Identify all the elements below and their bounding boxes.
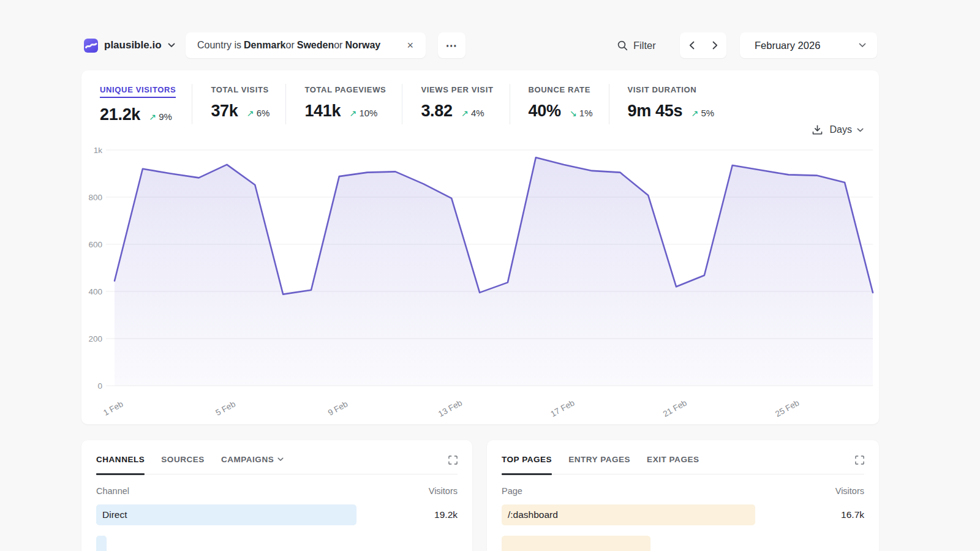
stat-label: VIEWS PER VISIT xyxy=(421,85,493,94)
stat-views-per-visit[interactable]: VIEWS PER VISIT 3.82 ↗4% xyxy=(402,84,509,124)
svg-text:200: 200 xyxy=(88,334,102,343)
chevron-down-icon xyxy=(859,43,866,48)
previous-period-button[interactable] xyxy=(681,34,702,57)
chevron-right-icon xyxy=(712,41,718,50)
stat-total-visits[interactable]: TOTAL VISITS 37k ↗6% xyxy=(192,84,285,124)
filter-button[interactable]: Filter xyxy=(617,32,656,58)
trend-up-icon: ↗ xyxy=(349,108,356,118)
stat-value: 37k xyxy=(211,102,238,121)
stat-label: UNIQUE VISITORS xyxy=(100,85,176,98)
svg-text:600: 600 xyxy=(88,240,102,249)
column-header-visitors: Visitors xyxy=(835,486,864,496)
pages-tabs: TOP PAGES ENTRY PAGES EXIT PAGES xyxy=(502,455,864,474)
download-icon xyxy=(812,125,823,135)
pages-card: TOP PAGES ENTRY PAGES EXIT PAGES Page Vi… xyxy=(487,440,879,551)
site-name: plausible.io xyxy=(104,39,162,51)
next-period-button[interactable] xyxy=(704,34,725,57)
column-header-visitors: Visitors xyxy=(429,486,458,496)
stat-change: 4% xyxy=(471,108,484,118)
stat-bounce-rate[interactable]: BOUNCE RATE 40% ↘1% xyxy=(510,84,609,124)
tab-exit-pages[interactable]: EXIT PAGES xyxy=(647,455,699,474)
date-range-label: February 2026 xyxy=(755,40,820,51)
close-icon[interactable]: × xyxy=(404,39,416,52)
svg-text:13 Feb: 13 Feb xyxy=(437,398,464,418)
stat-value: 21.2k xyxy=(100,105,140,124)
expand-icon xyxy=(448,455,458,465)
stat-change: 10% xyxy=(359,108,377,118)
download-button[interactable] xyxy=(812,125,823,135)
expand-button[interactable] xyxy=(448,455,458,473)
pages-list: /:dashboard 16.7k xyxy=(502,504,864,551)
filter-button-label: Filter xyxy=(633,40,656,51)
tab-sources[interactable]: SOURCES xyxy=(161,455,205,474)
stat-visit-duration[interactable]: VISIT DURATION 9m 45s ↗5% xyxy=(609,84,731,124)
filter-pill-text: Country isDenmarkorSwedenorNorway xyxy=(197,40,380,51)
tab-entry-pages[interactable]: ENTRY PAGES xyxy=(568,455,630,474)
svg-text:800: 800 xyxy=(88,193,102,202)
list-item[interactable]: /:dashboard 16.7k xyxy=(502,504,864,525)
stat-change: 1% xyxy=(579,108,593,118)
row-bar xyxy=(96,504,356,525)
channels-card: CHANNELS SOURCES CAMPAIGNS Channel Visit… xyxy=(81,440,472,551)
list-item-partial[interactable] xyxy=(502,536,864,551)
stat-value: 141k xyxy=(304,102,341,121)
top-stats-row: UNIQUE VISITORS 21.2k ↗9% TOTAL VISITS 3… xyxy=(81,84,730,124)
trend-up-icon: ↗ xyxy=(461,108,469,118)
stat-value: 3.82 xyxy=(421,102,452,121)
stat-value: 9m 45s xyxy=(628,102,683,121)
trend-up-icon: ↗ xyxy=(149,112,156,122)
list-item-partial[interactable] xyxy=(96,536,458,551)
chevron-down-icon xyxy=(857,128,864,132)
channel-visitors: 19.2k xyxy=(434,509,458,520)
interval-dropdown[interactable]: Days xyxy=(830,124,864,135)
chevron-down-icon xyxy=(168,43,175,48)
page-visitors: 16.7k xyxy=(841,509,864,520)
trend-down-icon: ↘ xyxy=(570,108,577,118)
stat-total-pageviews[interactable]: TOTAL PAGEVIEWS 141k ↗10% xyxy=(285,84,402,124)
svg-text:400: 400 xyxy=(88,287,102,296)
visitors-area-chart: 02004006008001k1 Feb5 Feb9 Feb13 Feb17 F… xyxy=(81,143,879,419)
trend-up-icon: ↗ xyxy=(247,108,254,118)
interval-label: Days xyxy=(830,124,852,135)
row-bar xyxy=(96,536,107,551)
more-options-button[interactable]: ⋯ xyxy=(438,32,466,58)
page-path[interactable]: /:dashboard xyxy=(502,509,558,520)
analytics-card: UNIQUE VISITORS 21.2k ↗9% TOTAL VISITS 3… xyxy=(81,70,879,424)
period-nav xyxy=(680,32,726,58)
tab-channels[interactable]: CHANNELS xyxy=(96,455,145,474)
channel-name[interactable]: Direct xyxy=(96,509,127,520)
expand-button[interactable] xyxy=(855,455,864,473)
svg-text:21 Feb: 21 Feb xyxy=(662,398,688,418)
site-picker[interactable]: plausible.io xyxy=(84,32,175,58)
stat-label: TOTAL PAGEVIEWS xyxy=(304,85,386,94)
stat-label: TOTAL VISITS xyxy=(211,85,268,94)
channels-tabs: CHANNELS SOURCES CAMPAIGNS xyxy=(96,455,458,474)
column-header-channel: Channel xyxy=(96,486,129,496)
tab-top-pages[interactable]: TOP PAGES xyxy=(502,455,552,474)
search-icon xyxy=(617,40,628,51)
trend-up-icon: ↗ xyxy=(691,108,698,118)
stat-value: 40% xyxy=(529,102,561,121)
svg-text:25 Feb: 25 Feb xyxy=(774,398,801,418)
stat-change: 5% xyxy=(701,108,714,118)
list-item[interactable]: Direct 19.2k xyxy=(96,504,458,525)
svg-text:17 Feb: 17 Feb xyxy=(549,398,576,418)
svg-text:1 Feb: 1 Feb xyxy=(102,399,124,418)
stat-change: 9% xyxy=(159,111,172,122)
svg-text:1k: 1k xyxy=(94,146,103,155)
stat-unique-visitors[interactable]: UNIQUE VISITORS 21.2k ↗9% xyxy=(81,84,192,124)
tab-campaigns[interactable]: CAMPAIGNS xyxy=(221,455,284,474)
active-filter-pill[interactable]: Country isDenmarkorSwedenorNorway × xyxy=(186,32,426,58)
svg-text:9 Feb: 9 Feb xyxy=(326,399,349,418)
plausible-logo-icon xyxy=(84,39,98,53)
stat-label: BOUNCE RATE xyxy=(529,85,591,94)
stat-label: VISIT DURATION xyxy=(628,85,697,94)
chart-controls: Days xyxy=(812,124,864,135)
chevron-left-icon xyxy=(689,41,695,50)
expand-icon xyxy=(855,455,864,465)
svg-text:5 Feb: 5 Feb xyxy=(214,399,236,418)
stat-change: 6% xyxy=(257,108,270,118)
date-range-picker[interactable]: February 2026 xyxy=(740,32,877,58)
chevron-down-icon xyxy=(277,457,284,462)
column-header-page: Page xyxy=(502,486,522,496)
